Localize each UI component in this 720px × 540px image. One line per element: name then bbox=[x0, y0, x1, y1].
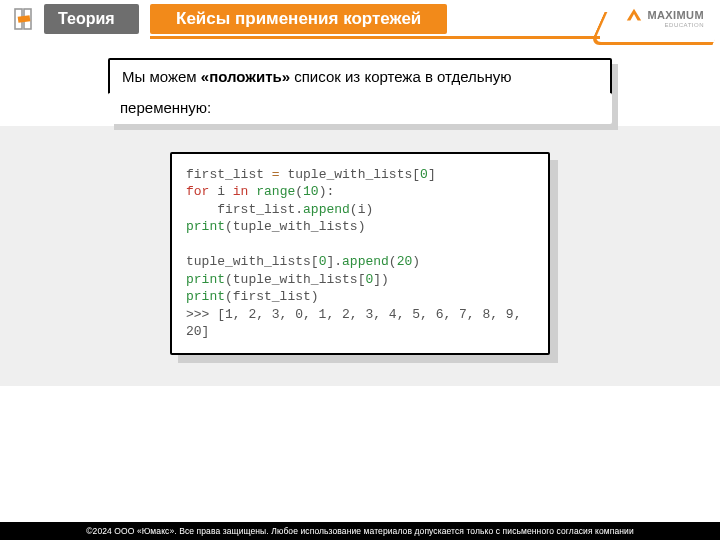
callout-text-1b: «положить» bbox=[201, 68, 290, 85]
code-l1d: 0 bbox=[420, 167, 428, 182]
code-l3c: (i) bbox=[350, 202, 373, 217]
code-block: first_list = tuple_with_lists[0] for i i… bbox=[170, 152, 550, 355]
callout-box-2: переменную: bbox=[108, 93, 612, 124]
slide-header: Теория Кейсы применения кортежей MAXIMUM… bbox=[0, 0, 720, 40]
footer-text: ©2024 ООО «Юмакс». Все права защищены. Л… bbox=[86, 526, 634, 536]
header-rule bbox=[0, 36, 720, 39]
code-l8b: (first_list) bbox=[225, 289, 319, 304]
callout-text-1a: Мы можем bbox=[122, 68, 201, 85]
slide-title: Кейсы применения кортежей bbox=[176, 9, 421, 29]
code-l2a: for bbox=[186, 184, 209, 199]
code-l7b: (tuple_with_lists[ bbox=[225, 272, 365, 287]
code-l1a: first_list bbox=[186, 167, 272, 182]
code-l6f: 20 bbox=[397, 254, 413, 269]
code-l3b: append bbox=[303, 202, 350, 217]
code-box: first_list = tuple_with_lists[0] for i i… bbox=[170, 152, 550, 355]
callout-text-1c: список из кортежа в отдельную bbox=[290, 68, 512, 85]
code-l2c: in bbox=[233, 184, 249, 199]
code-l1c: tuple_with_lists[ bbox=[280, 167, 420, 182]
code-l1b: = bbox=[272, 167, 280, 182]
code-l6d: append bbox=[342, 254, 389, 269]
code-l8a: print bbox=[186, 289, 225, 304]
section-badge: Теория bbox=[44, 4, 139, 34]
code-l2h: ): bbox=[319, 184, 335, 199]
code-l2b: i bbox=[209, 184, 232, 199]
code-l2g: 10 bbox=[303, 184, 319, 199]
callout-text-2: переменную: bbox=[120, 99, 211, 116]
code-l7d: ]) bbox=[373, 272, 389, 287]
slide-footer: ©2024 ООО «Юмакс». Все права защищены. Л… bbox=[0, 522, 720, 540]
slide-title-bar: Кейсы применения кортежей bbox=[150, 4, 447, 34]
code-l7a: print bbox=[186, 272, 225, 287]
code-l1e: ] bbox=[428, 167, 436, 182]
slide-body: Мы можем «положить» список из кортежа в … bbox=[0, 58, 720, 355]
callout: Мы можем «положить» список из кортежа в … bbox=[108, 58, 612, 124]
svg-rect-2 bbox=[18, 15, 31, 23]
section-icon bbox=[10, 4, 40, 34]
code-l6e: ( bbox=[389, 254, 397, 269]
code-l6a: tuple_with_lists[ bbox=[186, 254, 319, 269]
callout-box: Мы можем «положить» список из кортежа в … bbox=[108, 58, 612, 95]
code-l2e: range bbox=[256, 184, 295, 199]
code-l4a: print bbox=[186, 219, 225, 234]
section-badge-text: Теория bbox=[58, 10, 115, 28]
code-l3a: first_list. bbox=[186, 202, 303, 217]
code-l6c: ]. bbox=[326, 254, 342, 269]
code-l6g: ) bbox=[412, 254, 420, 269]
code-l9: >>> [1, 2, 3, 0, 1, 2, 3, 4, 5, 6, 7, 8,… bbox=[186, 307, 529, 340]
code-l2f: ( bbox=[295, 184, 303, 199]
code-l4b: (tuple_with_lists) bbox=[225, 219, 365, 234]
